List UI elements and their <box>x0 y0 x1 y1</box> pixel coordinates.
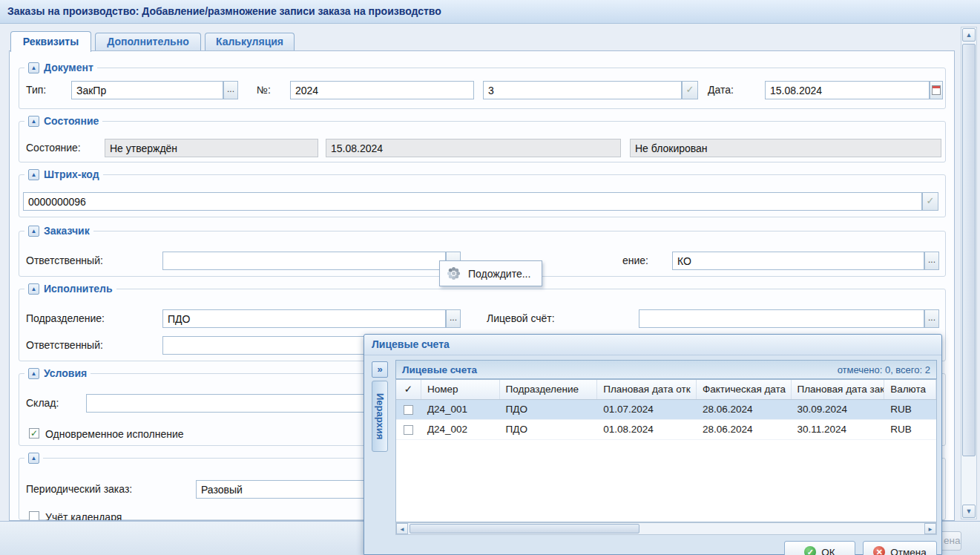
calendar-icon <box>932 85 941 95</box>
ok-button[interactable]: ✓ ОК <box>784 541 855 555</box>
wait-popup-text: Подождите... <box>468 268 530 280</box>
cell-plan-open: 01.07.2024 <box>597 400 697 419</box>
cancel-button[interactable]: ✕ Отмена <box>863 541 937 555</box>
table-row[interactable]: Д24_002 ПДО 01.08.2024 28.06.2024 30.11.… <box>396 420 936 440</box>
barcode-group-title: Штрих-код <box>44 168 99 180</box>
warehouse-label: Склад: <box>26 397 59 409</box>
executor-department-browse-button[interactable]: ... <box>446 309 461 328</box>
type-browse-button[interactable]: ... <box>223 81 238 99</box>
scrollbar-thumb[interactable] <box>962 44 976 456</box>
ok-icon: ✓ <box>804 546 816 555</box>
column-check[interactable]: ✓ <box>396 380 421 399</box>
date-input[interactable] <box>765 81 930 99</box>
collapse-icon[interactable]: ▲ <box>28 169 39 180</box>
barcode-check-icon[interactable]: ✓ <box>922 192 938 211</box>
cell-plan-close: 30.11.2024 <box>792 420 885 439</box>
number-label: №: <box>257 84 271 96</box>
cell-currency: RUB <box>884 420 936 439</box>
simultaneous-checkbox[interactable]: ✓ <box>29 428 39 439</box>
cancel-icon: ✕ <box>873 546 885 555</box>
horizontal-scrollbar[interactable]: ◄ ► <box>395 522 937 535</box>
collapse-icon[interactable]: ▲ <box>28 283 39 295</box>
cell-department: ПДО <box>500 420 598 439</box>
executor-responsible-label: Ответственный: <box>26 339 103 351</box>
cell-currency: RUB <box>884 400 936 419</box>
account-browse-button[interactable]: ... <box>924 309 939 328</box>
scroll-right-icon[interactable]: ► <box>924 523 936 534</box>
tab-rekvizity[interactable]: Реквизиты <box>10 31 91 52</box>
date-picker-button[interactable] <box>930 81 943 99</box>
ok-button-label: ОК <box>821 547 835 555</box>
periodic-order-label: Периодический заказ: <box>26 483 132 495</box>
scrollbar-thumb[interactable] <box>410 524 639 533</box>
date-label: Дата: <box>708 84 734 96</box>
customer-department-label-partial: ение: <box>622 254 648 266</box>
cancel-button-label: Отмена <box>890 547 926 555</box>
cell-number: Д24_002 <box>421 420 500 439</box>
number-check-icon[interactable]: ✓ <box>682 81 698 99</box>
state-status-field <box>105 139 318 157</box>
table-row[interactable]: Д24_001 ПДО 01.07.2024 28.06.2024 30.09.… <box>396 400 936 420</box>
simultaneous-label: Одновременное исполнение <box>45 428 184 440</box>
document-group-title: Документ <box>44 62 93 73</box>
accounts-list-header: Лицевые счета отмечено: 0, всего: 2 <box>395 360 937 379</box>
scroll-left-icon[interactable]: ◄ <box>396 523 408 534</box>
account-label: Лицевой счёт: <box>487 312 555 324</box>
cell-number: Д24_001 <box>421 400 500 419</box>
collapse-icon[interactable]: ▲ <box>28 226 39 237</box>
cell-department: ПДО <box>500 400 598 419</box>
hierarchy-expand-button[interactable]: » <box>372 361 388 378</box>
row-checkbox[interactable] <box>404 425 413 435</box>
customer-department-browse-button[interactable]: ... <box>924 252 939 270</box>
column-plan-open[interactable]: Плановая дата отк <box>597 380 697 399</box>
customer-department-input[interactable] <box>672 252 924 270</box>
column-department[interactable]: Подразделение <box>500 380 598 399</box>
column-plan-close[interactable]: Плановая дата зак <box>792 380 885 399</box>
state-block-field <box>630 139 941 157</box>
collapse-icon[interactable]: ▲ <box>28 62 39 73</box>
tab-dopolnitelno[interactable]: Дополнительно <box>95 33 201 50</box>
customer-group-title: Заказчик <box>44 225 90 237</box>
cancel-button-partial[interactable]: ена <box>939 531 961 551</box>
collapse-icon[interactable]: ▲ <box>28 368 39 379</box>
conditions-group-title: Условия <box>44 367 87 379</box>
cell-plan-close: 30.09.2024 <box>792 400 885 419</box>
cell-fact: 28.06.2024 <box>697 420 792 439</box>
scroll-up-icon[interactable]: ▲ <box>962 28 976 42</box>
accounts-table: ✓ Номер Подразделение Плановая дата отк … <box>395 379 937 522</box>
number-input[interactable] <box>483 81 682 99</box>
calendar-checkbox[interactable] <box>29 511 39 521</box>
type-label: Тип: <box>26 84 46 96</box>
cell-plan-open: 01.08.2024 <box>597 420 697 439</box>
collapse-icon[interactable]: ▲ <box>28 116 39 127</box>
accounts-list-title: Лицевые счета <box>402 364 477 375</box>
state-date-field <box>326 139 621 157</box>
tab-kalkulyaciya[interactable]: Калькуляция <box>205 33 295 50</box>
customer-responsible-input[interactable] <box>162 252 446 270</box>
collapse-icon[interactable]: ▲ <box>28 453 39 464</box>
scroll-down-icon[interactable]: ▼ <box>962 505 976 518</box>
state-label: Состояние: <box>26 142 81 154</box>
wait-popup: Подождите... <box>439 260 542 286</box>
executor-department-label: Подразделение: <box>26 312 105 324</box>
table-header-row: ✓ Номер Подразделение Плановая дата отк … <box>396 380 936 400</box>
column-fact[interactable]: Фактическая дата <box>697 380 792 399</box>
spinner-icon <box>452 272 456 275</box>
state-group-title: Состояние <box>44 115 99 127</box>
selection-counter: отмечено: 0, всего: 2 <box>838 364 930 375</box>
window-title: Заказы на производство: Добавление/размн… <box>0 0 980 24</box>
type-input[interactable] <box>71 81 223 99</box>
tab-hierarchy[interactable]: Иерархия <box>372 381 388 452</box>
account-input[interactable] <box>639 309 924 328</box>
column-number[interactable]: Номер <box>421 380 500 399</box>
calendar-checkbox-label: Учёт календаря <box>45 511 122 521</box>
executor-department-input[interactable] <box>162 309 446 328</box>
row-checkbox[interactable] <box>404 405 413 415</box>
column-currency[interactable]: Валюта <box>884 380 936 399</box>
barcode-input[interactable] <box>23 192 922 211</box>
vertical-scrollbar[interactable]: ▲ ▼ <box>961 27 977 519</box>
executor-group-title: Исполнитель <box>44 283 113 295</box>
accounts-dialog: Лицевые счета » Иерархия Лицевые счета о… <box>364 334 942 555</box>
number-prefix-input[interactable] <box>290 81 474 99</box>
cell-fact: 28.06.2024 <box>697 400 792 419</box>
